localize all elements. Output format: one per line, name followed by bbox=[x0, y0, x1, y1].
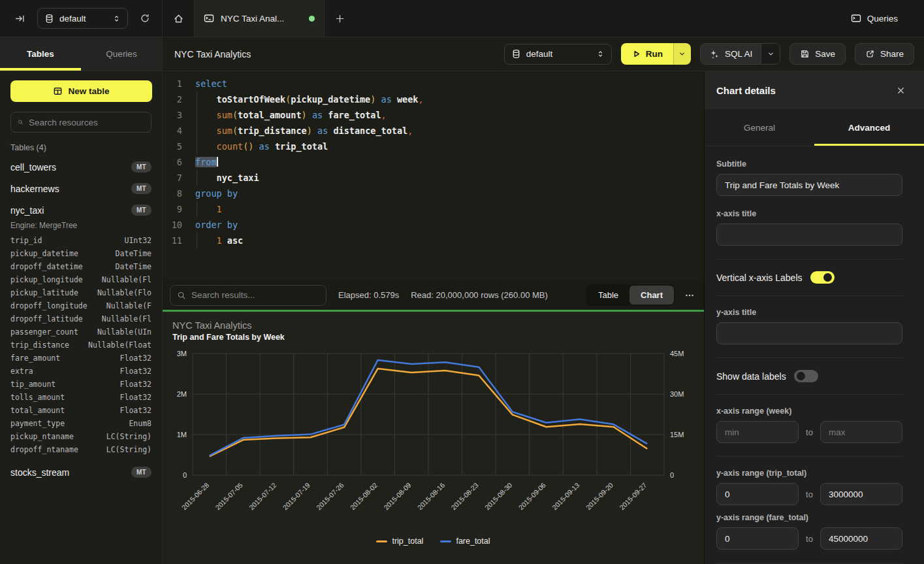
line-number: 8 bbox=[163, 186, 182, 201]
share-button[interactable]: Share bbox=[855, 43, 914, 65]
sql-ai-options-button[interactable] bbox=[761, 44, 780, 64]
legend-item-trip_total[interactable]: trip_total bbox=[376, 537, 423, 546]
share-button-label: Share bbox=[880, 49, 904, 59]
view-toggle-table[interactable]: Table bbox=[587, 286, 629, 305]
line-number: 5 bbox=[163, 139, 182, 154]
sql-ai-split-button: SQL AI bbox=[700, 43, 780, 65]
column-type: Float32 bbox=[120, 406, 151, 415]
save-button-label: Save bbox=[815, 49, 835, 59]
column-item: pickup_latitudeNullable(Flo bbox=[10, 286, 151, 299]
query-tab[interactable]: NYC Taxi Anal... bbox=[194, 0, 325, 37]
column-item: extraFloat32 bbox=[10, 365, 151, 378]
table-item-stocks_stream[interactable]: stocks_streamMT bbox=[0, 461, 162, 483]
svg-text:0: 0 bbox=[183, 471, 187, 479]
line-chart-canvas[interactable]: 001M15M2M30M3M45M2015-06-282015-07-05201… bbox=[163, 344, 704, 535]
sql-ai-button[interactable]: SQL AI bbox=[701, 44, 761, 64]
more-options-button[interactable] bbox=[684, 290, 695, 301]
column-name: pickup_datetime bbox=[10, 249, 78, 258]
rows-read: Read: 20,000,000 rows (260.00 MB) bbox=[411, 290, 548, 300]
search-icon bbox=[177, 291, 186, 300]
run-database-value: default bbox=[526, 49, 591, 59]
run-database-selector[interactable]: default bbox=[504, 44, 612, 65]
column-item: payment_typeEnum8 bbox=[10, 417, 151, 430]
new-table-button[interactable]: New table bbox=[10, 80, 152, 102]
yaxis-range-fare-max-input[interactable] bbox=[820, 527, 902, 550]
xaxis-range-max-input[interactable] bbox=[820, 421, 902, 443]
view-toggle: Table Chart bbox=[586, 284, 675, 306]
collapse-sidebar-button[interactable] bbox=[12, 10, 28, 27]
vertical-labels-toggle[interactable] bbox=[810, 271, 835, 284]
line-number: 9 bbox=[163, 201, 182, 217]
resource-search bbox=[10, 112, 151, 133]
editor-code[interactable]: select toStartOfWeek(pickup_datetime) as… bbox=[190, 76, 704, 280]
home-icon bbox=[173, 13, 184, 24]
svg-text:2015-07-12: 2015-07-12 bbox=[247, 481, 278, 512]
xaxis-range-min-input[interactable] bbox=[716, 421, 799, 443]
view-toggle-chart[interactable]: Chart bbox=[629, 286, 674, 305]
chart-legend: trip_totalfare_total bbox=[163, 537, 704, 546]
run-options-button[interactable] bbox=[673, 43, 691, 65]
more-options-icon bbox=[684, 290, 695, 301]
sql-console-app: default NYC Taxi Anal... Querie bbox=[0, 0, 924, 564]
yaxis-range-fare-label: y-axis range (fare_total) bbox=[716, 513, 902, 522]
column-name: dropoff_latitude bbox=[10, 314, 83, 323]
tab-general[interactable]: General bbox=[705, 109, 814, 146]
refresh-button[interactable] bbox=[137, 10, 153, 26]
svg-text:2015-09-20: 2015-09-20 bbox=[584, 481, 615, 512]
second-row: Tables Queries NYC Taxi Analytics defaul… bbox=[0, 37, 924, 71]
close-panel-button[interactable] bbox=[893, 83, 908, 98]
column-item: dropoff_datetimeDateTime bbox=[10, 260, 151, 273]
tab-title: NYC Taxi Anal... bbox=[221, 14, 302, 24]
column-type: DateTime bbox=[116, 262, 151, 271]
resources-sidebar: New table Tables (4) cell_towersMThacker… bbox=[0, 71, 163, 564]
database-icon bbox=[511, 49, 521, 59]
yaxis-title-input[interactable] bbox=[716, 322, 902, 344]
column-name: payment_type bbox=[10, 419, 65, 428]
yaxis-range-trip-max-input[interactable] bbox=[820, 483, 902, 505]
yaxis-range-trip-min-input[interactable] bbox=[716, 483, 799, 505]
column-name: fare_amount bbox=[10, 354, 60, 363]
new-tab-button[interactable] bbox=[325, 0, 355, 37]
tab-advanced[interactable]: Advanced bbox=[814, 109, 924, 146]
results-search-input[interactable] bbox=[191, 290, 319, 300]
tables-list: cell_towersMThackernewsMTnyc_taxiMTEngin… bbox=[0, 156, 162, 483]
home-button[interactable] bbox=[163, 0, 194, 37]
resource-search-input[interactable] bbox=[29, 118, 144, 127]
text-cursor bbox=[217, 157, 218, 167]
xaxis-range-row: to bbox=[716, 421, 902, 443]
queries-button[interactable]: Queries bbox=[851, 13, 898, 24]
table-name: hackernews bbox=[10, 184, 131, 194]
chevron-down-icon bbox=[678, 50, 686, 58]
data-labels-row: Show data labels bbox=[716, 370, 902, 382]
sidebar-tab-tables[interactable]: Tables bbox=[0, 37, 81, 71]
table-item-nyc_taxi[interactable]: nyc_taxiMT bbox=[0, 199, 162, 221]
subtitle-input[interactable] bbox=[716, 174, 902, 196]
column-type: Float32 bbox=[120, 367, 151, 376]
xaxis-title-input[interactable] bbox=[716, 224, 902, 246]
run-button[interactable]: Run bbox=[621, 43, 673, 65]
code-line: sum(total_amount) as fare_total, bbox=[190, 107, 704, 123]
svg-text:2015-09-06: 2015-09-06 bbox=[517, 481, 547, 512]
column-type: Nullable(Fl bbox=[102, 275, 151, 284]
search-icon bbox=[18, 118, 24, 127]
column-item: total_amountFloat32 bbox=[10, 404, 151, 417]
yaxis-range-trip-label: y-axis range (trip_total) bbox=[716, 469, 902, 478]
table-name: stocks_stream bbox=[10, 467, 131, 478]
yaxis-range-trip-group: y-axis range (trip_total) to bbox=[716, 469, 902, 505]
table-item-hackernews[interactable]: hackernewsMT bbox=[0, 178, 162, 199]
svg-text:2015-09-13: 2015-09-13 bbox=[550, 481, 581, 512]
database-selector[interactable]: default bbox=[37, 8, 128, 29]
column-type: LC(String) bbox=[106, 445, 151, 454]
sidebar-tab-queries[interactable]: Queries bbox=[81, 37, 162, 71]
sql-editor[interactable]: 1234567891011 select toStartOfWeek(picku… bbox=[163, 71, 704, 280]
yaxis-range-fare-min-input[interactable] bbox=[716, 527, 799, 550]
svg-text:15M: 15M bbox=[670, 431, 684, 439]
legend-item-fare_total[interactable]: fare_total bbox=[440, 537, 490, 546]
divider bbox=[716, 259, 902, 259]
xaxis-title-group: x-axis title bbox=[716, 209, 902, 246]
code-line: 1 bbox=[190, 201, 704, 217]
table-item-cell_towers[interactable]: cell_towersMT bbox=[0, 156, 162, 178]
data-labels-toggle[interactable] bbox=[794, 370, 818, 382]
save-button[interactable]: Save bbox=[789, 43, 846, 65]
legend-swatch bbox=[440, 540, 451, 542]
